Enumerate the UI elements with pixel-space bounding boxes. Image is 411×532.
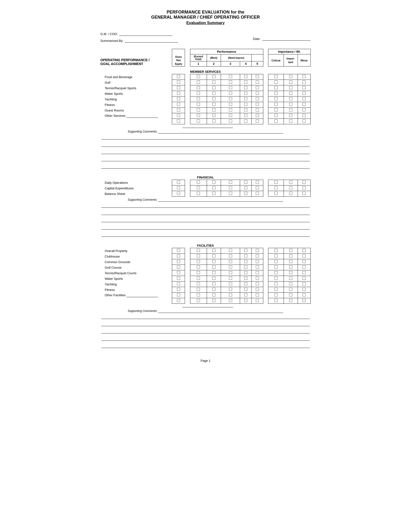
checkbox[interactable]: [289, 75, 292, 78]
checkbox[interactable]: [212, 266, 215, 269]
checkbox[interactable]: [212, 277, 215, 280]
checkbox[interactable]: [212, 119, 215, 123]
checkbox[interactable]: [177, 192, 180, 195]
checkbox[interactable]: [289, 119, 292, 123]
checkbox[interactable]: [197, 293, 200, 296]
checkbox[interactable]: [197, 260, 200, 263]
checkbox[interactable]: [274, 114, 278, 117]
checkbox[interactable]: [197, 75, 200, 78]
checkbox[interactable]: [177, 266, 180, 269]
checkbox[interactable]: [229, 260, 232, 263]
checkbox[interactable]: [229, 92, 232, 95]
checkbox[interactable]: [177, 103, 180, 106]
checkbox[interactable]: [197, 114, 200, 117]
checkbox[interactable]: [274, 192, 278, 195]
checkbox[interactable]: [212, 108, 215, 112]
checkbox[interactable]: [256, 119, 259, 123]
checkbox[interactable]: [197, 277, 200, 280]
checkbox[interactable]: [302, 86, 306, 89]
checkbox[interactable]: [212, 293, 215, 296]
checkbox[interactable]: [289, 271, 292, 274]
checkbox[interactable]: [177, 293, 180, 296]
checkbox[interactable]: [274, 181, 278, 184]
checkbox[interactable]: [212, 103, 215, 106]
checkbox[interactable]: [256, 108, 259, 112]
checkbox[interactable]: [274, 299, 278, 302]
checkbox[interactable]: [244, 277, 247, 280]
checkbox[interactable]: [177, 271, 180, 274]
checkbox[interactable]: [244, 254, 247, 257]
checkbox[interactable]: [197, 103, 200, 106]
checkbox[interactable]: [256, 288, 259, 291]
checkbox[interactable]: [177, 288, 180, 291]
checkbox[interactable]: [212, 271, 215, 274]
checkbox[interactable]: [274, 119, 278, 123]
checkbox[interactable]: [274, 81, 278, 84]
checkbox[interactable]: [289, 81, 292, 84]
checkbox[interactable]: [197, 119, 200, 123]
checkbox[interactable]: [244, 114, 247, 117]
checkbox[interactable]: [177, 108, 180, 112]
checkbox[interactable]: [229, 192, 232, 195]
checkbox[interactable]: [256, 266, 259, 269]
checkbox[interactable]: [177, 97, 180, 100]
checkbox[interactable]: [177, 119, 180, 123]
checkbox[interactable]: [289, 186, 292, 189]
checkbox[interactable]: [177, 181, 180, 184]
checkbox[interactable]: [229, 293, 232, 296]
checkbox[interactable]: [229, 181, 232, 184]
checkbox[interactable]: [229, 97, 232, 100]
checkbox[interactable]: [302, 186, 306, 189]
checkbox[interactable]: [177, 86, 180, 89]
checkbox[interactable]: [256, 81, 259, 84]
checkbox[interactable]: [302, 192, 306, 195]
checkbox[interactable]: [302, 249, 306, 252]
checkbox[interactable]: [197, 192, 200, 195]
checkbox[interactable]: [229, 114, 232, 117]
checkbox[interactable]: [177, 254, 180, 257]
checkbox[interactable]: [302, 277, 306, 280]
checkbox[interactable]: [244, 293, 247, 296]
checkbox[interactable]: [229, 266, 232, 269]
checkbox[interactable]: [197, 181, 200, 184]
checkbox[interactable]: [212, 114, 215, 117]
checkbox[interactable]: [197, 282, 200, 285]
checkbox[interactable]: [197, 249, 200, 252]
checkbox[interactable]: [212, 181, 215, 184]
checkbox[interactable]: [212, 249, 215, 252]
checkbox[interactable]: [289, 103, 292, 106]
checkbox[interactable]: [289, 266, 292, 269]
checkbox[interactable]: [229, 277, 232, 280]
checkbox[interactable]: [256, 282, 259, 285]
checkbox[interactable]: [302, 293, 306, 296]
checkbox[interactable]: [177, 81, 180, 84]
checkbox[interactable]: [229, 249, 232, 252]
checkbox[interactable]: [302, 108, 306, 112]
checkbox[interactable]: [302, 103, 306, 106]
checkbox[interactable]: [212, 260, 215, 263]
checkbox[interactable]: [256, 277, 259, 280]
checkbox[interactable]: [274, 260, 278, 263]
checkbox[interactable]: [256, 271, 259, 274]
checkbox[interactable]: [197, 254, 200, 257]
checkbox[interactable]: [229, 108, 232, 112]
checkbox[interactable]: [302, 81, 306, 84]
checkbox[interactable]: [244, 103, 247, 106]
checkbox[interactable]: [274, 288, 278, 291]
checkbox[interactable]: [229, 254, 232, 257]
checkbox[interactable]: [302, 114, 306, 117]
checkbox[interactable]: [229, 186, 232, 189]
checkbox[interactable]: [289, 192, 292, 195]
checkbox[interactable]: [302, 92, 306, 95]
checkbox[interactable]: [274, 254, 278, 257]
checkbox[interactable]: [289, 86, 292, 89]
checkbox[interactable]: [177, 249, 180, 252]
checkbox[interactable]: [256, 181, 259, 184]
checkbox[interactable]: [274, 277, 278, 280]
checkbox[interactable]: [229, 86, 232, 89]
checkbox[interactable]: [229, 282, 232, 285]
checkbox[interactable]: [256, 260, 259, 263]
checkbox[interactable]: [289, 282, 292, 285]
checkbox[interactable]: [302, 266, 306, 269]
checkbox[interactable]: [274, 75, 278, 78]
